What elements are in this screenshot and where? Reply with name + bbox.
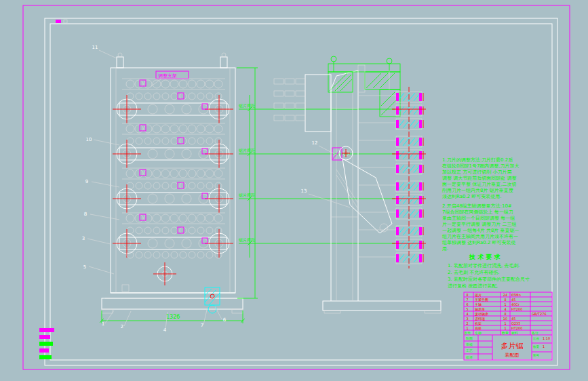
callout-5: 5: [83, 264, 86, 270]
svg-text:4: 4: [504, 307, 506, 311]
svg-text:调整 调大节距前后切面间隙处 调整: 调整 调大节距前后切面间隙处 调整: [442, 176, 516, 181]
cad-drawing-area: 调整支架: [0, 0, 588, 381]
svg-text:4: 4: [466, 312, 468, 316]
tech-req-title: 技 术 要 求: [469, 254, 501, 260]
callout-9: 9: [85, 179, 88, 184]
svg-text:须达到Ra0.2 即可安装使用.: 须达到Ra0.2 即可安装使用.: [442, 194, 502, 199]
svg-text:8: 8: [466, 293, 468, 297]
callout-7: 7: [201, 323, 203, 328]
svg-text:2. 去毛刺 不允许有碰伤.: 2. 去毛刺 不允许有碰伤.: [448, 270, 499, 275]
svg-text:1: 1: [504, 302, 506, 306]
svg-text:8: 8: [504, 312, 506, 316]
svg-text:1: 1: [504, 321, 506, 325]
svg-text:审核: 审核: [466, 342, 473, 346]
svg-text:65Mn: 65Mn: [511, 293, 521, 297]
svg-text:一起调整 一组每4片 共8片 垂直锯一: 一起调整 一组每4片 共8片 垂直锯一: [442, 228, 520, 233]
notes-paragraph-1: 1.刀片的调整方法:刀片打磨0.2后 在链轮0间隙1号7圈内调整,刀片加大 加以…: [442, 157, 520, 199]
svg-text:3. 装配时应对各零部件的主要配合尺寸: 3. 装配时应对各零部件的主要配合尺寸: [448, 276, 530, 282]
svg-text:锯片间距: 锯片间距: [238, 193, 255, 198]
svg-text:1: 1: [504, 326, 506, 330]
svg-text:1: 1: [466, 326, 468, 330]
svg-text:进行复检 按图进行装配.: 进行复检 按图进行装配.: [448, 283, 498, 289]
svg-text:图号: 图号: [533, 354, 540, 357]
svg-text:1.刀片的调整方法:刀片打磨0.2后: 1.刀片的调整方法:刀片打磨0.2后: [442, 157, 513, 163]
svg-text:轴承座: 轴承座: [475, 307, 485, 312]
svg-text:10: 10: [503, 317, 507, 321]
svg-text:1:10: 1:10: [543, 336, 550, 340]
svg-text:45: 45: [511, 298, 515, 302]
svg-text:锯片间距: 锯片间距: [238, 103, 255, 108]
callout-4: 4: [163, 327, 167, 333]
cad-application-window: 调整支架: [0, 0, 588, 381]
svg-text:Q235: Q235: [511, 321, 520, 325]
svg-text:制图: 制图: [466, 336, 473, 341]
base-dimension: 1326: [166, 314, 180, 320]
svg-text:1: 1: [543, 344, 545, 348]
svg-text:片一定要平行调整 调整刀片 二三组: 片一定要平行调整 调整刀片 二三组: [442, 222, 516, 227]
svg-text:2.开启48组主轴调整量方法:10#: 2.开启48组主轴调整量方法:10#: [442, 203, 512, 209]
svg-text:3: 3: [466, 317, 468, 321]
svg-text:数量: 数量: [502, 331, 509, 335]
callout-6: 6: [223, 317, 227, 323]
svg-text:压紧垫圈: 压紧垫圈: [475, 298, 488, 302]
drawing-subtitle: 装配图: [505, 353, 520, 358]
callout-1: 1: [102, 321, 104, 327]
svg-text:备注: 备注: [532, 331, 538, 335]
drawing-title: 多片锯: [501, 342, 524, 350]
callout-3: 3: [82, 236, 85, 241]
svg-text:6: 6: [466, 302, 468, 306]
svg-text:机架: 机架: [475, 321, 482, 325]
svg-text:GB/T276: GB/T276: [532, 312, 547, 316]
svg-text:组刀片在主轴间共用刀片须不许有一: 组刀片在主轴间共用刀片须不许有一: [442, 233, 518, 239]
svg-text:滚动轴承: 滚动轴承: [475, 312, 488, 317]
callout-11: 11: [92, 45, 98, 50]
svg-text:组单独调整 达到Ra0.2 即可安装使: 组单独调整 达到Ra0.2 即可安装使: [442, 240, 516, 245]
callout-13: 13: [301, 188, 307, 194]
svg-text:削用刀片一组内共8片 锯片垂直度: 削用刀片一组内共8片 锯片垂直度: [442, 188, 513, 193]
svg-text:加以校正 方可进行切削 小刀片层: 加以校正 方可进行切削 小刀片层: [442, 169, 511, 175]
svg-text:底座: 底座: [475, 326, 482, 330]
callout-10: 10: [86, 137, 92, 142]
svg-text:锯片间距: 锯片间距: [238, 148, 255, 153]
top-label: 调整支架: [158, 73, 177, 79]
callout-2: 2: [121, 324, 123, 329]
svg-text:7: 7: [466, 298, 468, 302]
svg-text:40Cr: 40Cr: [511, 302, 520, 306]
callout-8: 8: [84, 212, 87, 217]
svg-text:HT200: HT200: [511, 307, 522, 311]
svg-text:进料辊: 进料辊: [475, 317, 485, 321]
svg-text:序号: 序号: [464, 331, 471, 336]
svg-text:材料: 材料: [511, 331, 518, 336]
svg-text:45: 45: [511, 317, 515, 321]
svg-text:7组合间隙在同侧链轮上 每一组刀: 7组合间隙在同侧链轮上 每一组刀: [442, 209, 513, 215]
svg-text:批准: 批准: [466, 355, 473, 360]
svg-text:工艺: 工艺: [466, 348, 473, 353]
callout-12: 12: [312, 140, 318, 146]
svg-text:数量: 数量: [533, 345, 540, 348]
svg-text:用.: 用.: [442, 246, 448, 252]
svg-text:24: 24: [503, 293, 507, 297]
svg-text:2: 2: [466, 321, 468, 325]
svg-text:量由主轴间一个目间隙调整 每一组: 量由主轴间一个目间隙调整 每一组: [442, 215, 515, 221]
svg-text:在链轮0间隙1号7圈内调整,刀片加大: 在链轮0间隙1号7圈内调整,刀片加大: [442, 163, 520, 169]
svg-text:8: 8: [504, 298, 506, 302]
svg-text:名称: 名称: [475, 331, 482, 335]
svg-text:HT200: HT200: [511, 326, 522, 330]
svg-text:面一定要平整 保证刀片垂直,二次切: 面一定要平整 保证刀片垂直,二次切: [442, 182, 516, 187]
svg-text:锯片间距: 锯片间距: [238, 237, 255, 243]
svg-text:主轴: 主轴: [475, 302, 482, 307]
svg-text:1. 装配前对零件进行清洗, 去毛刺.: 1. 装配前对零件进行清洗, 去毛刺.: [448, 263, 520, 268]
svg-text:5: 5: [466, 307, 468, 311]
svg-text:锯片: 锯片: [475, 293, 482, 298]
